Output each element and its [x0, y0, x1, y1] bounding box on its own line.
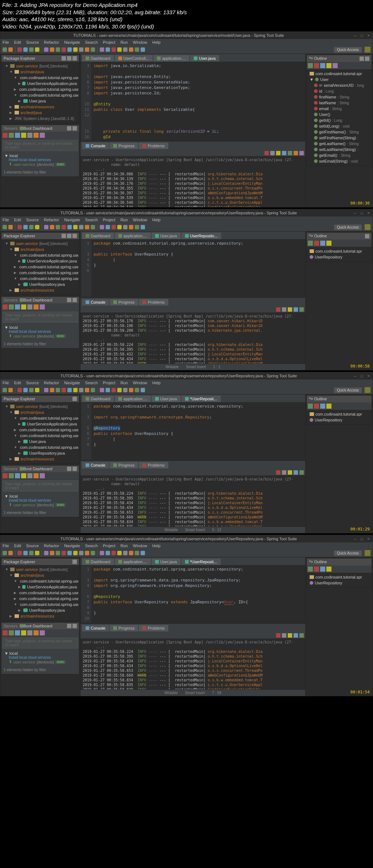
outline-member[interactable]: getLastName() : String: [308, 141, 370, 147]
local-link[interactable]: Install local cloud services: [4, 498, 76, 502]
close-icon[interactable]: ×: [368, 374, 370, 378]
tree-pkg[interactable]: ▼com.codinsaint.tutorial.spring.userserv…: [2, 415, 78, 421]
tool-icon[interactable]: [62, 47, 66, 52]
tool-icon[interactable]: [56, 225, 60, 229]
stop-icon[interactable]: [264, 151, 269, 155]
tool-icon[interactable]: [85, 551, 89, 555]
outline-pkg[interactable]: com.codinsaint.tutorial.spr: [308, 411, 370, 417]
tab-dashboard[interactable]: Dashboard: [82, 55, 114, 62]
tool-icon[interactable]: [35, 388, 39, 392]
sort-icon[interactable]: [308, 63, 313, 68]
tool-icon[interactable]: [129, 551, 133, 555]
tool-icon[interactable]: [44, 551, 48, 555]
tree-src[interactable]: ▶src/main/resources: [2, 613, 78, 619]
menu-file[interactable]: File: [3, 381, 9, 385]
tool-icon[interactable]: [117, 225, 122, 229]
menu-project[interactable]: Project: [103, 544, 115, 548]
menu-refactor[interactable]: Refactor: [44, 40, 59, 44]
tree-file[interactable]: ▶User.java: [2, 439, 78, 444]
outline-member[interactable]: getEmail() : String: [308, 152, 370, 158]
debug-icon[interactable]: [15, 304, 20, 310]
debug-icon[interactable]: [23, 47, 28, 52]
perspective-icon[interactable]: [365, 550, 370, 556]
menu-refactor[interactable]: Refactor: [44, 544, 59, 548]
tool-icon[interactable]: [135, 47, 139, 52]
tool-icon[interactable]: [44, 47, 48, 52]
tool-icon[interactable]: [123, 551, 127, 555]
tab-console[interactable]: Console: [82, 143, 109, 149]
link-icon[interactable]: [67, 234, 71, 238]
tool-icon[interactable]: [100, 47, 104, 52]
tool-icon[interactable]: [129, 47, 133, 52]
menu-help[interactable]: Help: [152, 381, 161, 385]
tool-icon[interactable]: [288, 151, 292, 155]
menu-run[interactable]: Run: [121, 40, 128, 44]
clear-icon[interactable]: [270, 151, 275, 155]
tool-icon[interactable]: [135, 225, 139, 229]
menu-refactor[interactable]: Refactor: [44, 218, 59, 222]
tree-file[interactable]: ▶UserServiceApplication.java: [2, 81, 78, 86]
debug-icon[interactable]: [23, 388, 28, 392]
tool-icon[interactable]: [62, 551, 66, 555]
tree-src[interactable]: ▶src/main/resources: [2, 287, 78, 293]
tool-icon[interactable]: [79, 551, 83, 555]
tree-pkg[interactable]: ▼com.codinsaint.tutorial.spring.userserv…: [2, 433, 78, 439]
tree-pkg[interactable]: ▶com.codinsaint.tutorial.spring.userserv…: [2, 427, 78, 433]
menu-window[interactable]: Window: [133, 40, 147, 44]
pin-icon[interactable]: [288, 470, 292, 475]
editor[interactable]: 356781011121516 import import java.io.Se…: [81, 62, 305, 141]
min-icon[interactable]: [360, 57, 364, 61]
tool-icon[interactable]: [111, 388, 116, 392]
tree-file[interactable]: ▶UserRepository.java: [2, 281, 78, 287]
tab-application[interactable]: application....: [115, 233, 151, 239]
tab-user[interactable]: User.java: [190, 55, 219, 62]
tool-icon[interactable]: [40, 473, 45, 478]
menu-navigate[interactable]: Navigate: [64, 40, 80, 44]
tool-icon[interactable]: [50, 388, 54, 392]
tool-icon[interactable]: [44, 388, 48, 392]
outline-class[interactable]: UserRepository: [308, 417, 370, 423]
menu-navigate[interactable]: Navigate: [64, 544, 80, 548]
tool-icon[interactable]: [35, 47, 39, 52]
filter-icon[interactable]: [326, 404, 331, 409]
menu-source[interactable]: Source: [26, 381, 39, 385]
quick-access-field[interactable]: Quick Access: [334, 225, 362, 230]
menu-help[interactable]: Help: [152, 40, 161, 44]
tree-file[interactable]: ▶UserRepository.java: [2, 607, 78, 613]
tree-pkg[interactable]: ▶com.codinsaint.tutorial.spring.userserv…: [2, 264, 78, 270]
scroll-icon[interactable]: [294, 633, 298, 638]
menu-source[interactable]: Source: [26, 218, 39, 222]
outline-pkg[interactable]: com.codinsaint.tutorial.spr: [308, 71, 370, 77]
outline-pkg[interactable]: com.codinsaint.tutorial.spr: [308, 248, 370, 254]
boot-search[interactable]: Type tags, projects, or working set name…: [3, 480, 78, 491]
tool-icon[interactable]: [106, 47, 110, 52]
tab-controller[interactable]: UserControll...: [115, 55, 153, 62]
tool-icon[interactable]: [73, 551, 78, 555]
collapse-icon[interactable]: [72, 560, 77, 564]
min-icon[interactable]: [67, 126, 71, 131]
debug-icon[interactable]: [23, 551, 28, 555]
tool-icon[interactable]: [34, 473, 39, 478]
menu-edit[interactable]: Edit: [14, 544, 21, 548]
collapse-icon[interactable]: [62, 56, 66, 61]
debug-icon[interactable]: [15, 473, 20, 478]
tab-application[interactable]: application....: [115, 558, 151, 565]
editor[interactable]: 13456 package com.codinsaint.tutorial.sp…: [81, 239, 305, 297]
tool-icon[interactable]: [50, 551, 54, 555]
menu-file[interactable]: File: [3, 218, 9, 222]
menu-search[interactable]: Search: [85, 40, 98, 44]
menu-run[interactable]: Run: [121, 381, 128, 385]
tool-icon[interactable]: [50, 225, 54, 229]
local-link[interactable]: Install local cloud services: [4, 655, 76, 659]
maximize-icon[interactable]: □: [361, 537, 363, 541]
tab-repo[interactable]: UserReposito...: [181, 233, 221, 239]
run-icon[interactable]: [29, 225, 34, 229]
tab-repo[interactable]: *UserReposit...: [181, 396, 221, 402]
tool-icon[interactable]: [50, 47, 54, 52]
tool-icon[interactable]: [91, 225, 95, 229]
tool-icon[interactable]: [111, 47, 116, 52]
tool-icon[interactable]: [100, 225, 104, 229]
tree-project[interactable]: ▼user-service [boot] [devtools]: [2, 63, 78, 69]
start-icon[interactable]: [9, 473, 14, 478]
menu-run[interactable]: Run: [121, 218, 128, 222]
